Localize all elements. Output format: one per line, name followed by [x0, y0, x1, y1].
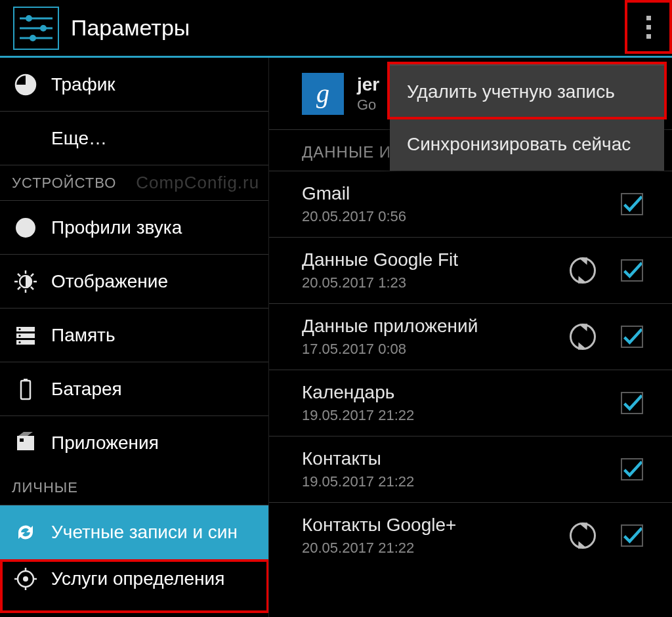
- sync-item-contacts-google-plus[interactable]: Контакты Google+ 20.05.2017 21:22: [269, 503, 672, 568]
- sync-item-gmail[interactable]: Gmail 20.05.2017 0:56: [269, 171, 672, 238]
- sidebar-item-location[interactable]: Услуги определения: [0, 559, 268, 599]
- sync-subtitle: 19.05.2017 21:22: [302, 407, 414, 424]
- sync-subtitle: 20.05.2017 0:56: [302, 208, 406, 225]
- svg-line-12: [18, 274, 20, 276]
- svg-point-3: [26, 15, 32, 22]
- account-meta: jer Go: [357, 74, 379, 114]
- sync-title: Контакты: [302, 448, 414, 469]
- account-pane: g jer Go ДАННЫЕ И Gmail 20.05.2017 0:56 …: [269, 58, 672, 617]
- section-header-device: УСТРОЙСТВО CompConfig.ru: [0, 165, 268, 201]
- sidebar-item-sound-profiles[interactable]: Профили звука: [0, 201, 268, 255]
- sync-title: Контакты Google+: [302, 515, 456, 536]
- more-vert-icon: [646, 16, 651, 39]
- page-title: Параметры: [71, 15, 190, 41]
- sync-icon: [14, 521, 37, 543]
- app-header: Параметры: [0, 0, 672, 58]
- checkbox[interactable]: [621, 193, 643, 215]
- section-header-personal: ЛИЧНЫЕ: [0, 470, 268, 505]
- sync-subtitle: 20.05.2017 1:23: [302, 274, 458, 291]
- sidebar-item-display[interactable]: Отображение: [0, 255, 268, 308]
- brightness-icon: [14, 270, 37, 293]
- svg-marker-25: [18, 432, 33, 436]
- sync-subtitle: 17.05.2017 0:08: [302, 341, 478, 358]
- sidebar-item-label: Приложения: [51, 433, 159, 454]
- sync-item-google-fit[interactable]: Данные Google Fit 20.05.2017 1:23: [269, 238, 672, 304]
- checkbox[interactable]: [621, 392, 643, 414]
- overflow-popup: Удалить учетную запись Синхронизировать …: [390, 64, 664, 171]
- svg-point-21: [18, 341, 20, 343]
- sidebar-item-label: Учетные записи и син: [51, 522, 238, 543]
- sync-title: Данные Google Fit: [302, 249, 458, 270]
- sidebar-item-apps[interactable]: Приложения: [0, 416, 268, 470]
- battery-icon: [14, 378, 37, 400]
- segments-icon: [14, 217, 37, 239]
- sync-item-contacts[interactable]: Контакты 19.05.2017 21:22: [269, 436, 672, 503]
- svg-point-28: [23, 576, 28, 582]
- sync-item-app-data[interactable]: Данные приложений 17.05.2017 0:08: [269, 304, 672, 370]
- account-name: jer: [357, 74, 379, 95]
- checkbox[interactable]: [621, 326, 643, 348]
- svg-point-5: [30, 35, 36, 41]
- svg-line-13: [31, 287, 33, 289]
- sidebar-item-label: Еще…: [51, 128, 107, 149]
- apps-icon: [14, 432, 37, 454]
- sync-item-calendar[interactable]: Календарь 19.05.2017 21:22: [269, 370, 672, 436]
- main-panes: Трафик Еще… УСТРОЙСТВО CompConfig.ru Про…: [0, 58, 672, 617]
- svg-rect-23: [24, 379, 28, 381]
- sidebar-item-accounts-sync[interactable]: Учетные записи и син: [0, 505, 268, 559]
- checkbox[interactable]: [621, 458, 643, 480]
- menu-item-delete-account[interactable]: Удалить учетную запись: [390, 66, 664, 118]
- svg-point-4: [40, 25, 47, 32]
- location-icon: [14, 568, 37, 590]
- sidebar-item-label: Трафик: [51, 74, 116, 95]
- svg-rect-24: [17, 436, 34, 450]
- resync-icon[interactable]: [570, 257, 596, 284]
- sync-title: Календарь: [302, 382, 414, 403]
- blank-icon: [14, 127, 37, 150]
- svg-line-14: [31, 274, 33, 276]
- sidebar-item-traffic[interactable]: Трафик: [0, 58, 268, 112]
- svg-line-15: [18, 287, 20, 289]
- overflow-menu-button[interactable]: [625, 0, 672, 54]
- sync-title: Данные приложений: [302, 316, 478, 337]
- settings-sidebar: Трафик Еще… УСТРОЙСТВО CompConfig.ru Про…: [0, 58, 269, 617]
- section-header-label: ЛИЧНЫЕ: [12, 479, 78, 496]
- sidebar-item-label: Услуги определения: [51, 568, 224, 589]
- sidebar-item-more[interactable]: Еще…: [0, 112, 268, 165]
- google-badge-icon: g: [302, 73, 344, 115]
- sidebar-item-label: Отображение: [51, 271, 168, 292]
- sidebar-item-storage[interactable]: Память: [0, 308, 268, 362]
- traffic-icon: [14, 74, 37, 96]
- svg-point-20: [18, 334, 20, 336]
- sidebar-item-label: Батарея: [51, 379, 122, 400]
- section-header-label: УСТРОЙСТВО: [12, 175, 116, 192]
- sync-subtitle: 20.05.2017 21:22: [302, 540, 456, 557]
- sidebar-item-label: Профили звука: [51, 217, 182, 238]
- resync-icon[interactable]: [570, 324, 596, 350]
- storage-icon: [14, 324, 37, 347]
- sync-title: Gmail: [302, 183, 406, 204]
- sync-subtitle: 19.05.2017 21:22: [302, 473, 414, 490]
- menu-item-sync-now[interactable]: Синхронизировать сейчас: [390, 118, 664, 171]
- watermark-text: CompConfig.ru: [136, 173, 259, 193]
- settings-icon: [13, 7, 59, 50]
- checkbox[interactable]: [621, 259, 643, 282]
- account-provider: Go: [357, 96, 379, 114]
- svg-rect-22: [21, 381, 30, 399]
- svg-point-19: [18, 328, 20, 330]
- sidebar-item-label: Память: [51, 325, 116, 346]
- resync-icon[interactable]: [570, 522, 596, 549]
- checkbox[interactable]: [621, 524, 643, 547]
- sidebar-item-battery[interactable]: Батарея: [0, 362, 268, 416]
- svg-rect-26: [20, 438, 24, 442]
